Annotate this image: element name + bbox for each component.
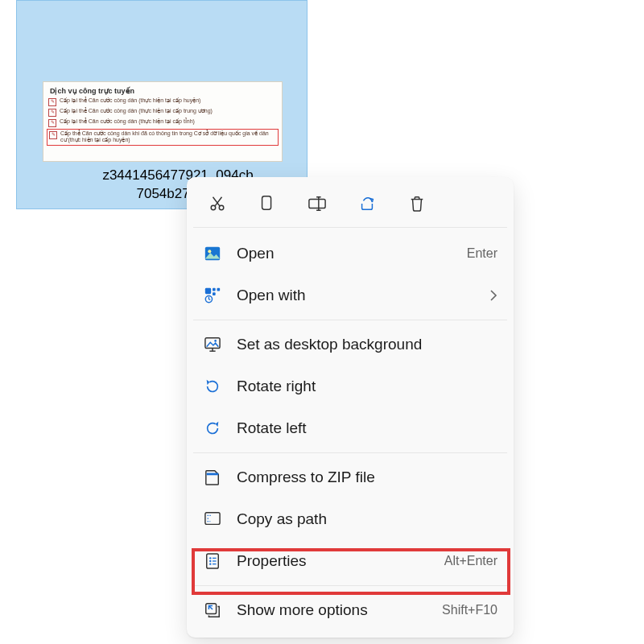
menu-separator bbox=[193, 452, 507, 453]
trash-icon bbox=[409, 195, 425, 213]
svg-rect-7 bbox=[213, 288, 216, 291]
svg-point-5 bbox=[208, 250, 211, 253]
menu-label: Set as desktop background bbox=[237, 336, 497, 353]
doc-icon: ✎ bbox=[48, 98, 56, 106]
menu-accelerator: Alt+Enter bbox=[444, 554, 497, 568]
copy-icon bbox=[259, 195, 275, 213]
thumbnail-title: Dịch vụ công trực tuyến bbox=[43, 82, 282, 97]
svg-rect-6 bbox=[205, 288, 211, 294]
svg-point-17 bbox=[209, 560, 211, 562]
svg-rect-14 bbox=[205, 513, 220, 525]
menu-label: Rotate right bbox=[237, 378, 497, 395]
open-with-icon bbox=[203, 286, 222, 305]
menu-label: Open with bbox=[237, 287, 489, 304]
menu-copy-as-path[interactable]: Copy as path bbox=[193, 498, 507, 540]
menu-accelerator: Enter bbox=[467, 246, 497, 261]
cut-button[interactable] bbox=[204, 191, 230, 217]
context-menu: Open Enter Open with bbox=[187, 177, 514, 638]
menu-compress-zip[interactable]: Compress to ZIP file bbox=[193, 456, 507, 498]
menu-open-with[interactable]: Open with bbox=[193, 275, 507, 316]
rotate-left-icon bbox=[203, 419, 222, 438]
thumbnail-row: ✎ Cấp lại thẻ Căn cước công dân (thực hi… bbox=[43, 107, 282, 118]
svg-point-18 bbox=[209, 563, 211, 564]
doc-icon: ✎ bbox=[48, 109, 56, 117]
thumbnail-row-highlighted: ✎ Cấp thẻ Căn cước công dân khi đã có th… bbox=[47, 129, 279, 146]
menu-label: Open bbox=[237, 245, 467, 262]
desktop-background-icon bbox=[203, 335, 222, 354]
thumbnail-row: ✎ Cấp lại thẻ Căn cước công dân (thực hi… bbox=[43, 97, 282, 107]
menu-label: Properties bbox=[237, 552, 444, 570]
menu-rotate-right[interactable]: Rotate right bbox=[193, 365, 507, 407]
svg-rect-9 bbox=[213, 292, 216, 295]
copy-path-icon bbox=[203, 510, 222, 529]
svg-point-0 bbox=[211, 205, 216, 209]
scissors-icon bbox=[208, 195, 226, 213]
menu-set-desktop-background[interactable]: Set as desktop background bbox=[193, 324, 507, 365]
more-options-icon bbox=[203, 601, 222, 620]
delete-button[interactable] bbox=[404, 191, 430, 217]
rotate-right-icon bbox=[203, 377, 222, 396]
menu-properties[interactable]: Properties Alt+Enter bbox=[193, 540, 507, 582]
zip-icon bbox=[203, 468, 222, 487]
svg-point-16 bbox=[209, 557, 211, 559]
share-icon bbox=[358, 195, 376, 213]
context-menu-toolbar bbox=[193, 184, 507, 228]
menu-label: Copy as path bbox=[237, 510, 497, 528]
properties-icon bbox=[203, 551, 222, 571]
file-thumbnail: Dịch vụ công trực tuyến ✎ Cấp lại thẻ Că… bbox=[43, 81, 283, 162]
menu-rotate-left[interactable]: Rotate left bbox=[193, 407, 507, 449]
share-button[interactable] bbox=[354, 191, 380, 217]
copy-button[interactable] bbox=[254, 191, 280, 217]
svg-point-12 bbox=[214, 340, 217, 342]
doc-icon: ✎ bbox=[48, 119, 56, 127]
svg-rect-8 bbox=[217, 288, 221, 291]
menu-open[interactable]: Open Enter bbox=[193, 233, 507, 275]
rename-button[interactable] bbox=[304, 191, 330, 217]
chevron-right-icon bbox=[489, 290, 497, 301]
svg-point-1 bbox=[219, 205, 224, 209]
menu-label: Compress to ZIP file bbox=[237, 469, 497, 486]
menu-separator bbox=[193, 585, 507, 586]
menu-show-more-options[interactable]: Show more options Shift+F10 bbox=[193, 589, 507, 631]
svg-rect-13 bbox=[207, 473, 219, 476]
svg-rect-2 bbox=[262, 196, 271, 210]
menu-label: Show more options bbox=[237, 601, 442, 619]
rename-icon bbox=[308, 195, 327, 213]
menu-accelerator: Shift+F10 bbox=[442, 603, 497, 617]
svg-rect-3 bbox=[309, 200, 325, 208]
thumbnail-row: ✎ Cấp lại thẻ Căn cước công dân (thực hi… bbox=[43, 118, 282, 128]
image-icon bbox=[203, 244, 222, 263]
menu-separator bbox=[193, 320, 507, 320]
menu-label: Rotate left bbox=[237, 419, 497, 437]
doc-icon: ✎ bbox=[49, 131, 57, 139]
